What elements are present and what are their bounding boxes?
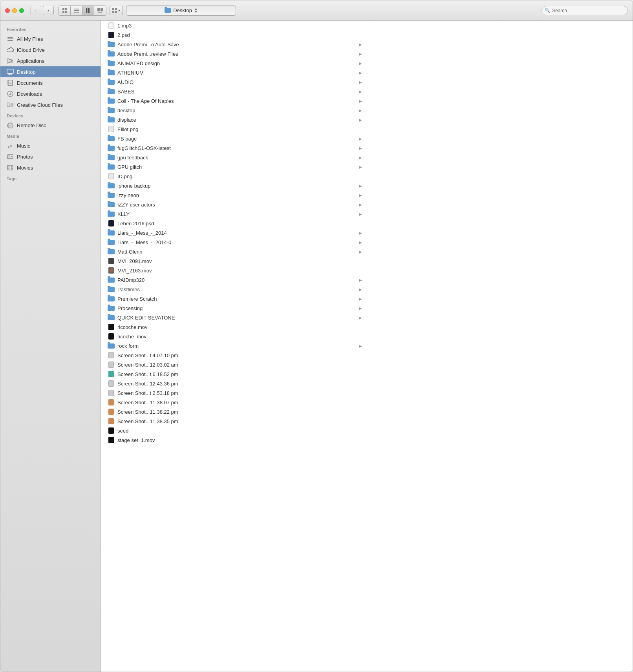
file-item[interactable]: BABES ▶ xyxy=(101,87,367,96)
file-item[interactable]: stage set_1.mov xyxy=(101,435,367,445)
sidebar-item-movies[interactable]: Movies xyxy=(0,162,101,173)
file-item[interactable]: Matt Glenn ▶ xyxy=(101,247,367,256)
file-icon xyxy=(107,277,115,283)
file-name: seed xyxy=(117,428,362,434)
search-wrapper: 🔍 xyxy=(542,6,628,15)
file-item[interactable]: Elliot.png xyxy=(101,124,367,134)
sidebar-item-remote-disc[interactable]: Remote Disc xyxy=(0,120,101,131)
file-item[interactable]: Screen Shot...t 4.07.10 pm xyxy=(101,351,367,360)
file-item[interactable]: Screen Shot...11.38.22 pm xyxy=(101,407,367,416)
file-item[interactable]: PAIDmp320 ▶ xyxy=(101,275,367,285)
svg-rect-18 xyxy=(7,37,13,38)
file-item[interactable]: gpu feedback ▶ xyxy=(101,153,367,162)
svg-rect-20 xyxy=(7,40,13,41)
file-item[interactable]: seed xyxy=(101,426,367,435)
file-item[interactable]: MVI_2091.mov xyxy=(101,256,367,266)
file-item[interactable]: KLLY ▶ xyxy=(101,209,367,219)
file-item[interactable]: QUICK EDIT SEVATONE ▶ xyxy=(101,313,367,322)
file-item[interactable]: Screen Shot...t 6.18.52 pm xyxy=(101,369,367,379)
view-list-button[interactable] xyxy=(71,6,82,15)
back-button[interactable]: ‹ xyxy=(30,6,41,15)
expand-arrow-icon: ▶ xyxy=(359,306,362,310)
file-item[interactable]: displace ▶ xyxy=(101,115,367,124)
expand-arrow-icon: ▶ xyxy=(359,118,362,122)
file-item[interactable]: Processing ▶ xyxy=(101,303,367,313)
file-icon xyxy=(107,117,115,123)
file-item[interactable]: iphone backup ▶ xyxy=(101,181,367,190)
file-item[interactable]: Pasttimes ▶ xyxy=(101,285,367,294)
all-my-files-label: All My Files xyxy=(17,36,43,42)
file-item[interactable]: Screen Shot...11.38.35 pm xyxy=(101,416,367,426)
file-item[interactable]: 1.mp3 xyxy=(101,21,367,30)
svg-rect-10 xyxy=(90,8,90,13)
sidebar-item-music[interactable]: Music xyxy=(0,140,101,151)
expand-arrow-icon: ▶ xyxy=(359,278,362,282)
expand-arrow-icon: ▶ xyxy=(359,250,362,254)
icloud-icon xyxy=(7,46,14,53)
file-item[interactable]: AUDIO ▶ xyxy=(101,77,367,87)
file-item[interactable]: ATHENIUM ▶ xyxy=(101,68,367,77)
expand-arrow-icon: ▶ xyxy=(359,146,362,150)
file-item[interactable]: riccoche.mov xyxy=(101,322,367,332)
path-bar[interactable]: Desktop ▲ ▼ xyxy=(126,5,236,16)
file-item[interactable]: GPU glitch ▶ xyxy=(101,162,367,172)
file-icon xyxy=(107,305,115,311)
file-item[interactable]: IZZY user actors ▶ xyxy=(101,200,367,209)
file-item[interactable]: ANIMATED design ▶ xyxy=(101,58,367,68)
file-name: Screen Shot...12.43.36 pm xyxy=(117,381,362,387)
file-item[interactable]: Premiere Scratch ▶ xyxy=(101,294,367,303)
file-item[interactable]: izzy neon ▶ xyxy=(101,190,367,200)
forward-button[interactable]: › xyxy=(43,6,54,15)
file-name: Matt Glenn xyxy=(117,249,357,255)
downloads-icon xyxy=(7,90,14,97)
file-item[interactable]: Leben 2016.psd xyxy=(101,219,367,228)
file-item[interactable]: rock form ▶ xyxy=(101,341,367,351)
movies-label: Movies xyxy=(17,165,33,171)
maximize-button[interactable] xyxy=(19,8,24,13)
sidebar-item-photos[interactable]: Photos xyxy=(0,151,101,162)
file-item[interactable]: Liars_-_Mess_-_2014 ▶ xyxy=(101,228,367,237)
sidebar-item-creative-cloud-files[interactable]: Creative Cloud Files xyxy=(0,99,101,110)
expand-arrow-icon: ▶ xyxy=(359,184,362,188)
view-column-button[interactable] xyxy=(82,6,94,15)
view-cover-button[interactable] xyxy=(94,6,106,15)
search-input[interactable] xyxy=(542,6,628,15)
file-item[interactable]: MVI_2163.mov xyxy=(101,266,367,275)
file-item[interactable]: Liars_-_Mess_-_2014-0 ▶ xyxy=(101,237,367,247)
sidebar-item-applications[interactable]: Applications xyxy=(0,55,101,66)
file-name: fugGlitchGL-OSX-latest xyxy=(117,145,357,151)
file-item[interactable]: desktop ▶ xyxy=(101,106,367,115)
file-item[interactable]: Screen Shot...11.38.07 pm xyxy=(101,398,367,407)
file-item[interactable]: Coil - The Ape Of Naples ▶ xyxy=(101,96,367,106)
svg-rect-8 xyxy=(88,8,89,13)
svg-rect-16 xyxy=(112,11,114,13)
sidebar-item-desktop[interactable]: Desktop xyxy=(0,66,101,77)
file-item[interactable]: ID.png xyxy=(101,172,367,181)
minimize-button[interactable] xyxy=(12,8,17,13)
expand-arrow-icon: ▶ xyxy=(359,108,362,113)
file-icon xyxy=(107,164,115,170)
file-item[interactable]: fugGlitchGL-OSX-latest ▶ xyxy=(101,143,367,153)
view-btn-group xyxy=(59,5,106,16)
file-item[interactable]: Screen Shot...12.03.02 am xyxy=(101,360,367,369)
sidebar-item-all-my-files[interactable]: All My Files xyxy=(0,33,101,44)
file-item[interactable]: 2.psd xyxy=(101,30,367,40)
file-item[interactable]: ricoche .mov xyxy=(101,332,367,341)
sidebar-item-downloads[interactable]: Downloads xyxy=(0,88,101,99)
file-item[interactable]: Screen Shot...12.43.36 pm xyxy=(101,379,367,388)
file-item[interactable]: Adobe Premi...o Auto-Save ▶ xyxy=(101,40,367,49)
close-button[interactable] xyxy=(5,8,10,13)
applications-label: Applications xyxy=(17,58,44,64)
sidebar-item-documents[interactable]: Documents xyxy=(0,77,101,88)
file-item[interactable]: Adobe Premi...review Files ▶ xyxy=(101,49,367,58)
file-name: gpu feedback xyxy=(117,155,357,161)
file-item[interactable]: Screen Shot...t 2.53.18 pm xyxy=(101,388,367,398)
file-item[interactable]: FB page ▶ xyxy=(101,134,367,143)
content-area: Favorites All My Files xyxy=(0,21,633,672)
view-icon-button[interactable] xyxy=(59,6,71,15)
media-label: Media xyxy=(0,131,101,140)
sidebar-item-icloud-drive[interactable]: iCloud Drive xyxy=(0,44,101,55)
file-name: Screen Shot...12.03.02 am xyxy=(117,362,362,368)
arrange-button[interactable]: ▾ xyxy=(110,6,123,15)
expand-arrow-icon: ▶ xyxy=(359,52,362,56)
